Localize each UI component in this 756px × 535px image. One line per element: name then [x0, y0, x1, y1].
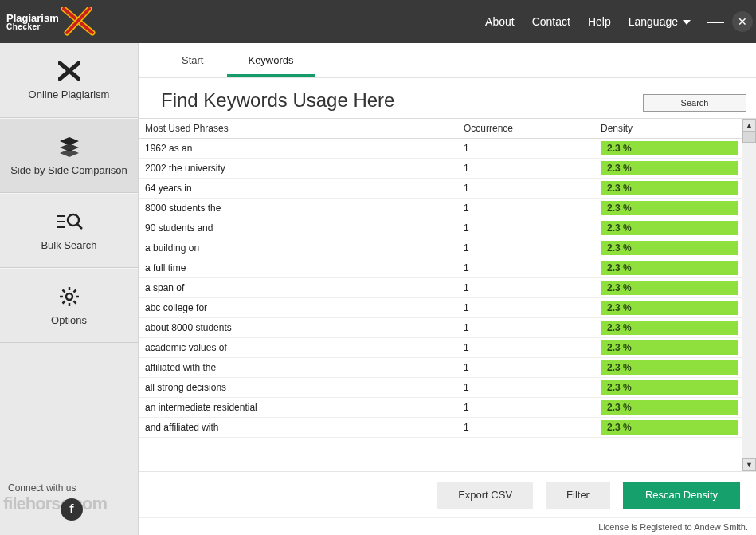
- tabs: Start Keywords: [139, 43, 756, 78]
- sidebar-item-online-plagiarism[interactable]: Online Plagiarism: [0, 43, 138, 118]
- menu-language[interactable]: Language: [629, 15, 691, 28]
- table-row[interactable]: an intermediate residential12.3 %: [139, 398, 742, 418]
- sidebar-item-label: Bulk Search: [41, 239, 96, 251]
- cell-phrase: 8000 students the: [145, 203, 464, 214]
- cell-occurrence: 1: [464, 382, 601, 393]
- table-row[interactable]: all strong decisions12.3 %: [139, 378, 742, 398]
- table-body: 1962 as an12.3 %2002 the university12.3 …: [139, 139, 742, 438]
- cell-density: 2.3 %: [601, 281, 742, 295]
- scroll-down-icon[interactable]: ▼: [742, 458, 756, 471]
- table-row[interactable]: and affiliated with12.3 %: [139, 418, 742, 438]
- cell-phrase: a span of: [145, 282, 464, 293]
- scroll-thumb[interactable]: [742, 132, 756, 143]
- table-row[interactable]: 2002 the university12.3 %: [139, 159, 742, 179]
- scroll-up-icon[interactable]: ▲: [742, 119, 756, 132]
- table-row[interactable]: a span of12.3 %: [139, 278, 742, 298]
- cell-occurrence: 1: [464, 362, 601, 373]
- cell-density: 2.3 %: [601, 400, 742, 415]
- sidebar-item-label: Options: [51, 314, 87, 326]
- tab-keywords[interactable]: Keywords: [227, 46, 314, 77]
- sidebar-item-options[interactable]: Options: [0, 268, 138, 343]
- sidebar: Online Plagiarism Side by Side Compariso…: [0, 43, 139, 535]
- svg-line-11: [73, 301, 76, 303]
- cell-occurrence: 1: [464, 163, 601, 174]
- x-icon: [58, 60, 80, 82]
- cell-phrase: an intermediate residential: [145, 402, 464, 413]
- layers-icon: [57, 136, 81, 158]
- cell-occurrence: 1: [464, 322, 601, 333]
- table-row[interactable]: abc college for12.3 %: [139, 298, 742, 318]
- gear-icon: [59, 285, 80, 308]
- bulk-search-icon: [56, 210, 83, 233]
- cell-occurrence: 1: [464, 262, 601, 273]
- connect-label: Connect with us: [8, 482, 130, 494]
- search-button[interactable]: Search: [643, 94, 746, 112]
- table-row[interactable]: affiliated with the12.3 %: [139, 358, 742, 378]
- rescan-density-button[interactable]: Rescan Density: [623, 482, 740, 509]
- col-header-phrase: Most Used Phrases: [145, 123, 464, 134]
- cell-density: 2.3 %: [601, 420, 742, 435]
- cell-density: 2.3 %: [601, 161, 742, 175]
- sidebar-item-side-by-side[interactable]: Side by Side Comparison: [0, 118, 138, 193]
- cell-density: 2.3 %: [601, 241, 742, 255]
- top-menu: About Contact Help Language: [485, 15, 691, 28]
- table-row[interactable]: 8000 students the12.3 %: [139, 199, 742, 218]
- svg-line-10: [62, 289, 65, 292]
- menu-help[interactable]: Help: [588, 15, 611, 28]
- license-status: License is Registered to Andew Smith.: [598, 522, 748, 532]
- svg-line-13: [62, 301, 65, 303]
- vertical-scrollbar[interactable]: ▲ ▼: [742, 119, 756, 471]
- cell-phrase: 1962 as an: [145, 143, 464, 154]
- sidebar-item-bulk-search[interactable]: Bulk Search: [0, 193, 138, 268]
- results-table: Most Used Phrases Occurrence Density 196…: [139, 119, 756, 471]
- cell-density: 2.3 %: [601, 141, 742, 155]
- table-row[interactable]: a full time12.3 %: [139, 258, 742, 278]
- cell-density: 2.3 %: [601, 360, 742, 375]
- cell-occurrence: 1: [464, 342, 601, 353]
- cell-density: 2.3 %: [601, 340, 742, 355]
- cell-occurrence: 1: [464, 203, 601, 214]
- table-row[interactable]: about 8000 students12.3 %: [139, 318, 742, 338]
- cell-density: 2.3 %: [601, 221, 742, 235]
- table-row[interactable]: a building on12.3 %: [139, 238, 742, 258]
- sidebar-footer: Connect with us filehorse.com f: [0, 474, 138, 535]
- cell-occurrence: 1: [464, 282, 601, 293]
- main-panel: Start Keywords Find Keywords Usage Here …: [139, 43, 756, 535]
- cell-phrase: a building on: [145, 242, 464, 254]
- cell-occurrence: 1: [464, 402, 601, 413]
- cell-density: 2.3 %: [601, 261, 742, 275]
- cell-phrase: a full time: [145, 262, 464, 273]
- table-header: Most Used Phrases Occurrence Density: [139, 119, 742, 139]
- tab-start[interactable]: Start: [161, 46, 224, 77]
- filter-button[interactable]: Filter: [546, 482, 610, 509]
- col-header-density: Density: [601, 123, 742, 134]
- table-row[interactable]: 1962 as an12.3 %: [139, 139, 742, 159]
- facebook-icon[interactable]: f: [61, 498, 83, 521]
- cell-density: 2.3 %: [601, 321, 742, 335]
- cell-occurrence: 1: [464, 183, 601, 194]
- logo-x-icon: [61, 7, 96, 36]
- cell-phrase: 2002 the university: [145, 163, 464, 174]
- menu-about[interactable]: About: [485, 15, 515, 28]
- cell-phrase: 90 students and: [145, 222, 464, 234]
- table-row[interactable]: 64 years in12.3 %: [139, 179, 742, 199]
- cell-phrase: all strong decisions: [145, 382, 464, 393]
- status-bar: License is Registered to Andew Smith.: [139, 517, 756, 535]
- close-button[interactable]: ✕: [732, 11, 753, 32]
- cell-occurrence: 1: [464, 222, 601, 234]
- table-row[interactable]: academic values of12.3 %: [139, 338, 742, 358]
- cell-occurrence: 1: [464, 242, 601, 254]
- table-row[interactable]: 90 students and12.3 %: [139, 218, 742, 238]
- app-logo: Plagiarism Checker: [6, 7, 96, 36]
- menu-contact[interactable]: Contact: [532, 15, 570, 28]
- minimize-button[interactable]: —: [705, 11, 726, 32]
- export-csv-button[interactable]: Export CSV: [437, 482, 533, 509]
- page-title: Find Keywords Usage Here: [161, 89, 394, 112]
- cell-phrase: academic values of: [145, 342, 464, 353]
- svg-line-4: [77, 224, 82, 229]
- cell-density: 2.3 %: [601, 380, 742, 395]
- cell-phrase: about 8000 students: [145, 322, 464, 333]
- col-header-occurrence: Occurrence: [464, 123, 601, 134]
- svg-line-12: [73, 289, 76, 292]
- watermark: filehorse.com: [3, 494, 107, 514]
